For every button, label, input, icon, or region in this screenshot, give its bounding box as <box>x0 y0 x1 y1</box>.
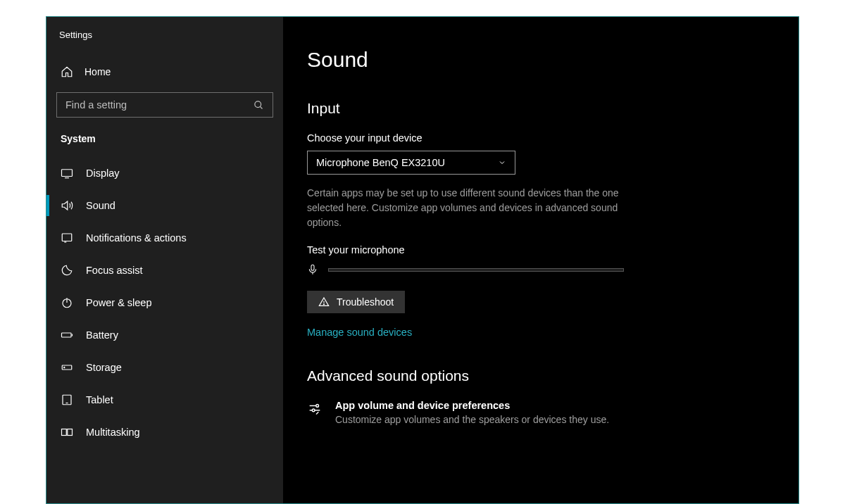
home-link[interactable]: Home <box>56 60 273 92</box>
focus-assist-icon <box>61 264 73 277</box>
troubleshoot-label: Troubleshoot <box>337 296 394 308</box>
sidebar-item-storage[interactable]: Storage <box>56 351 273 384</box>
sidebar: Settings Home Find a setting System <box>46 17 283 503</box>
sidebar-item-label: Display <box>86 168 120 179</box>
sidebar-item-multitasking[interactable]: Multitasking <box>56 416 273 448</box>
mic-level-meter <box>328 268 624 272</box>
settings-window: Settings Home Find a setting System <box>46 16 799 504</box>
sound-icon <box>61 199 73 212</box>
app-volume-prefs-link[interactable]: App volume and device preferences Custom… <box>307 400 775 425</box>
sidebar-item-sound[interactable]: Sound <box>56 189 273 222</box>
warning-icon <box>318 296 330 308</box>
app-title: Settings <box>56 30 273 60</box>
battery-icon <box>61 329 73 341</box>
input-device-select[interactable]: Microphone BenQ EX3210U <box>307 151 515 175</box>
svg-point-12 <box>316 405 319 408</box>
input-help-text: Certain apps may be set up to use differ… <box>307 186 645 230</box>
svg-point-0 <box>255 101 261 107</box>
sidebar-item-focus-assist[interactable]: Focus assist <box>56 254 273 286</box>
nav-list: Display Sound Notifications & actions Fo… <box>56 157 273 448</box>
sidebar-item-label: Tablet <box>86 394 113 405</box>
sidebar-item-tablet[interactable]: Tablet <box>56 384 273 416</box>
sidebar-item-display[interactable]: Display <box>56 157 273 189</box>
microphone-icon <box>307 263 318 277</box>
test-mic-row <box>307 263 775 277</box>
main-content: Sound Input Choose your input device Mic… <box>283 17 799 503</box>
display-icon <box>61 167 73 179</box>
svg-point-11 <box>323 304 324 305</box>
power-icon <box>61 296 73 309</box>
home-icon <box>61 65 73 78</box>
svg-rect-4 <box>62 333 72 337</box>
svg-rect-1 <box>62 170 73 177</box>
svg-rect-2 <box>62 234 72 241</box>
app-volume-prefs-title: App volume and device preferences <box>335 400 609 411</box>
input-device-value: Microphone BenQ EX3210U <box>316 157 445 168</box>
troubleshoot-button[interactable]: Troubleshoot <box>307 291 405 313</box>
choose-input-label: Choose your input device <box>307 132 775 144</box>
sidebar-section-label: System <box>56 133 273 157</box>
svg-rect-9 <box>68 429 73 436</box>
svg-rect-10 <box>311 265 314 270</box>
search-placeholder: Find a setting <box>65 99 127 111</box>
svg-rect-8 <box>62 429 67 436</box>
storage-icon <box>61 361 73 374</box>
page-title: Sound <box>307 48 775 72</box>
svg-point-13 <box>312 409 315 412</box>
multitasking-icon <box>61 426 73 439</box>
app-volume-prefs-sub: Customize app volumes and the speakers o… <box>335 414 609 425</box>
sidebar-item-label: Multitasking <box>86 427 140 438</box>
home-label: Home <box>84 66 111 77</box>
sidebar-item-power-sleep[interactable]: Power & sleep <box>56 286 273 319</box>
chevron-down-icon <box>498 158 506 167</box>
sliders-icon <box>307 401 323 417</box>
svg-point-6 <box>64 367 65 367</box>
advanced-heading: Advanced sound options <box>307 367 775 384</box>
notifications-icon <box>61 232 73 244</box>
sidebar-item-label: Notifications & actions <box>86 232 187 244</box>
sidebar-item-label: Power & sleep <box>86 297 152 308</box>
sidebar-item-label: Battery <box>86 329 118 341</box>
sidebar-item-label: Focus assist <box>86 265 143 276</box>
search-input[interactable]: Find a setting <box>56 92 273 118</box>
search-icon <box>254 100 264 111</box>
sidebar-item-label: Storage <box>86 362 122 373</box>
sidebar-item-battery[interactable]: Battery <box>56 319 273 351</box>
test-mic-label: Test your microphone <box>307 244 775 256</box>
manage-sound-devices-link[interactable]: Manage sound devices <box>307 327 412 338</box>
sidebar-item-notifications[interactable]: Notifications & actions <box>56 222 273 254</box>
tablet-icon <box>61 393 73 406</box>
input-heading: Input <box>307 100 775 117</box>
sidebar-item-label: Sound <box>86 200 115 211</box>
